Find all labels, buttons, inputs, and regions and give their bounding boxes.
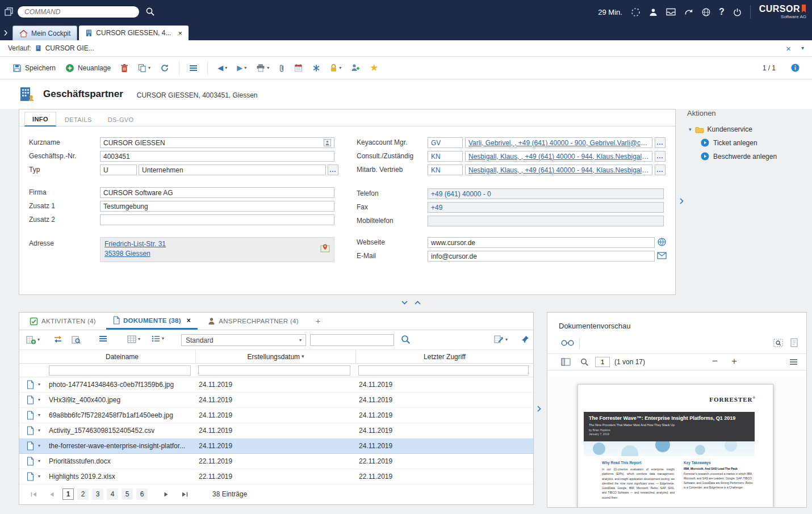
- chevron-down-icon[interactable]: ▾: [37, 338, 40, 342]
- relations-button[interactable]: [312, 64, 320, 72]
- row-menu-icon[interactable]: ▾: [38, 413, 40, 418]
- fit-page-icon[interactable]: [790, 338, 798, 347]
- keyaccount-code-field[interactable]: GV: [428, 137, 463, 148]
- forward-button[interactable]: ▶▾: [237, 64, 246, 71]
- page-button-5[interactable]: 5: [122, 488, 133, 500]
- attachment-button[interactable]: [279, 64, 284, 73]
- zusatz1-field[interactable]: Testumgebung: [100, 201, 334, 212]
- page-number-input[interactable]: [595, 357, 610, 367]
- page-button-2[interactable]: 2: [77, 488, 89, 500]
- chevron-down-icon[interactable]: ▾: [244, 66, 246, 70]
- preview-menu-icon[interactable]: [789, 359, 798, 365]
- table-search-input[interactable]: [310, 334, 394, 346]
- send-email-icon[interactable]: [657, 252, 667, 259]
- tab-dsgvo[interactable]: DS-GVO: [101, 113, 141, 126]
- table-menu-button[interactable]: [99, 335, 107, 342]
- page-button-4[interactable]: 4: [107, 488, 118, 500]
- adresse-city-link[interactable]: 35398 Giessen: [104, 250, 150, 258]
- preview-search-icon[interactable]: [580, 358, 589, 366]
- inbox-icon[interactable]: [666, 8, 676, 16]
- table-row[interactable]: ▾ photo-1477414348463-c0eb7f1359b6.jpg 2…: [19, 377, 533, 393]
- row-menu-icon[interactable]: ▾: [38, 474, 40, 479]
- typ-code-field[interactable]: U: [100, 165, 137, 175]
- fax-field[interactable]: +49: [428, 202, 664, 213]
- vertrieb-field[interactable]: Nesbigall, Klaus, , +49 (641) 40000 - 94…: [465, 165, 652, 175]
- table-row[interactable]: ▾ VHx3i9lz_400x400.jpeg 24.11.2019 24.11…: [19, 393, 533, 408]
- typ-lookup-button[interactable]: ...: [328, 165, 338, 175]
- search-in-table-button[interactable]: [72, 335, 81, 344]
- copy-record-button[interactable]: ▾: [138, 64, 150, 73]
- kurzname-lookup-icon[interactable]: [324, 139, 331, 146]
- expand-panel-icon[interactable]: [414, 300, 421, 305]
- chevron-down-icon[interactable]: ▾: [505, 338, 508, 342]
- menu-button[interactable]: [189, 65, 198, 71]
- add-contact-button[interactable]: [351, 64, 360, 72]
- chevron-down-icon[interactable]: ▾: [162, 336, 164, 341]
- calendar-button[interactable]: [294, 64, 303, 72]
- command-input[interactable]: [24, 8, 132, 16]
- collapse-panel-icon[interactable]: [401, 300, 408, 305]
- logout-icon[interactable]: [733, 8, 742, 16]
- sidebar-expand-icon[interactable]: [3, 30, 8, 36]
- filter-erstellungsdatum-input[interactable]: [198, 365, 350, 376]
- info-icon[interactable]: [791, 64, 800, 72]
- adresse-street-link[interactable]: Friedrich-List-Str. 31: [104, 240, 166, 248]
- print-button[interactable]: ▾: [256, 64, 269, 72]
- add-document-button[interactable]: ▾: [26, 335, 40, 344]
- row-menu-icon[interactable]: ▾: [38, 444, 40, 448]
- sidebar-toggle-icon[interactable]: [561, 358, 571, 366]
- typ-value-field[interactable]: Unternehmen: [139, 165, 326, 175]
- row-menu-icon[interactable]: ▾: [38, 382, 40, 387]
- command-search-icon[interactable]: [145, 7, 155, 16]
- map-icon[interactable]: [320, 243, 330, 253]
- verlauf-item[interactable]: CURSOR GIE...: [45, 44, 94, 52]
- preview-canvas[interactable]: FORRESTER® The Forrester Wave™: Enterpri…: [547, 376, 806, 507]
- chevron-down-icon[interactable]: ▾: [225, 66, 227, 70]
- tab-ansprechpartner[interactable]: ANSPRECHPARTNER (4): [201, 313, 305, 330]
- keyaccount-lookup-button[interactable]: ...: [655, 137, 665, 148]
- help-icon[interactable]: ?: [719, 7, 725, 17]
- prev-page-button[interactable]: [44, 488, 59, 500]
- reading-mode-icon[interactable]: [561, 339, 574, 347]
- verlauf-close-icon[interactable]: ×: [786, 44, 791, 53]
- table-search-icon[interactable]: [400, 334, 411, 345]
- filter-dateiname-input[interactable]: [49, 365, 191, 376]
- page-button-1[interactable]: 1: [62, 488, 74, 500]
- kurzname-field[interactable]: CURSOR GIESSEN: [100, 137, 334, 148]
- table-row[interactable]: ▾ Activity_157463098152405452.csv 24.11.…: [19, 423, 533, 439]
- user-icon[interactable]: [649, 8, 658, 16]
- expand-actions-icon[interactable]: [679, 197, 684, 205]
- consult-code-field[interactable]: KN: [428, 151, 463, 162]
- telefon-field[interactable]: +49 (641) 40000 - 0: [428, 188, 664, 199]
- page-button-3[interactable]: 3: [92, 488, 103, 500]
- last-page-button[interactable]: [177, 488, 192, 500]
- table-row[interactable]: ▾ Highlights 2019.2.xlsx 22.11.2019 22.1…: [19, 469, 533, 484]
- table-row[interactable]: ▾ Prioritätsstufen.docx 22.11.2019 22.11…: [19, 454, 533, 469]
- export-button[interactable]: ▾: [494, 335, 508, 344]
- open-website-icon[interactable]: [658, 238, 666, 246]
- back-button[interactable]: ◀▾: [217, 64, 227, 71]
- zoom-out-icon[interactable]: −: [712, 356, 718, 367]
- tab-mein-cockpit[interactable]: Mein Cockpit: [12, 26, 77, 40]
- chevron-down-icon[interactable]: ▾: [339, 66, 341, 70]
- list-view-button[interactable]: ▾: [152, 335, 164, 342]
- chevron-down-icon[interactable]: ▾: [148, 66, 150, 70]
- expand-preview-icon[interactable]: [537, 405, 542, 412]
- vertrieb-code-field[interactable]: KN: [428, 165, 463, 175]
- firma-field[interactable]: CURSOR Software AG: [100, 187, 334, 198]
- save-button[interactable]: Speichern: [12, 64, 56, 73]
- tab-details[interactable]: DETAILS: [57, 113, 99, 126]
- aktionen-group-kundenservice[interactable]: ▾ Kundenservice: [687, 125, 807, 133]
- filter-letzter-zugriff-input[interactable]: [358, 365, 529, 376]
- email-field[interactable]: info@cursor.de: [428, 251, 655, 262]
- column-header-erstellungsdatum[interactable]: Erstellungsdatum▾: [195, 350, 355, 363]
- consult-lookup-button[interactable]: ...: [655, 151, 665, 162]
- nr-field[interactable]: 4003451: [100, 151, 334, 162]
- favorite-button[interactable]: ★: [370, 63, 378, 73]
- tab-info[interactable]: INFO: [24, 112, 56, 127]
- row-menu-icon[interactable]: ▾: [38, 428, 40, 433]
- keyaccount-field[interactable]: Varli, Gebrivel, , +49 (641) 40000 - 900…: [465, 137, 652, 148]
- tab-close-icon[interactable]: ×: [178, 29, 182, 37]
- page-button-6[interactable]: 6: [136, 488, 148, 500]
- verlauf-dropdown-icon[interactable]: ▾: [801, 45, 804, 51]
